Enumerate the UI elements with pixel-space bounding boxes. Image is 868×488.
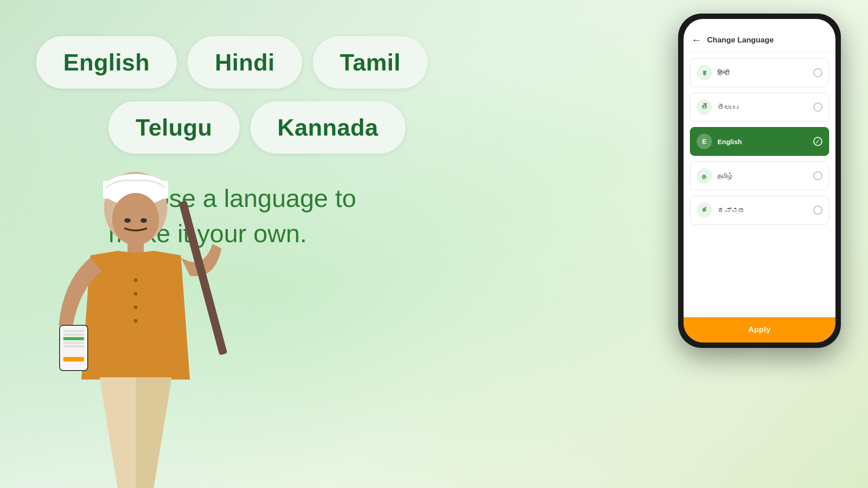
phone-notch <box>684 19 835 25</box>
pill-tamil[interactable]: Tamil <box>313 36 428 89</box>
pill-telugu[interactable]: Telugu <box>108 101 240 154</box>
language-item-kannada[interactable]: ಕ ಕನ್ನಡ <box>690 196 829 225</box>
hindi-radio[interactable] <box>813 68 822 77</box>
kannada-label: ಕನ್ನಡ <box>717 206 813 214</box>
telugu-label: తెలుగు <box>717 103 813 111</box>
phone-title: Change Language <box>707 36 774 45</box>
person-figure-area <box>27 149 253 488</box>
telugu-radio[interactable] <box>813 103 822 112</box>
svg-rect-17 <box>63 342 84 344</box>
svg-rect-16 <box>63 337 84 340</box>
english-radio[interactable]: ✓ <box>813 137 822 146</box>
english-label: English <box>717 138 813 145</box>
language-item-tamil[interactable]: த தமிழ் <box>690 161 829 190</box>
kannada-radio[interactable] <box>813 206 822 215</box>
language-item-hindi[interactable]: ह हिन्दी <box>690 58 829 87</box>
language-pills-row1: English Hindi Tamil <box>36 36 479 89</box>
apply-button[interactable]: Apply <box>684 317 835 343</box>
phone-mockup: ← Change Language ह हिन्दी తె తెలుగు <box>678 14 841 348</box>
svg-point-7 <box>134 278 137 282</box>
svg-point-4 <box>124 218 131 223</box>
kannada-icon: ಕ <box>697 202 712 218</box>
svg-point-8 <box>134 292 137 296</box>
language-item-english[interactable]: E English ✓ <box>690 127 829 156</box>
svg-point-10 <box>134 319 137 323</box>
language-list: ह हिन्दी తె తెలుగు E English ✓ <box>684 52 835 317</box>
back-button[interactable]: ← <box>692 34 702 46</box>
svg-rect-13 <box>61 327 86 369</box>
svg-rect-18 <box>63 345 84 347</box>
phone-screen: ← Change Language ह हिन्दी తె తెలుగు <box>684 19 835 343</box>
language-pills-row2: Telugu Kannada <box>36 101 479 154</box>
pill-english[interactable]: English <box>36 36 177 89</box>
hindi-icon: ह <box>697 65 712 80</box>
svg-rect-19 <box>63 357 84 361</box>
telugu-icon: తె <box>697 99 712 115</box>
phone-header: ← Change Language <box>684 25 835 52</box>
svg-point-3 <box>112 193 159 245</box>
svg-rect-14 <box>63 330 84 332</box>
hindi-label: हिन्दी <box>717 69 813 77</box>
svg-point-9 <box>134 305 137 309</box>
person-svg <box>27 154 244 488</box>
tamil-icon: த <box>697 168 712 183</box>
svg-rect-15 <box>63 333 84 336</box>
svg-point-5 <box>141 218 147 223</box>
pill-hindi[interactable]: Hindi <box>188 36 302 89</box>
tamil-radio[interactable] <box>813 171 822 180</box>
pill-kannada[interactable]: Kannada <box>250 101 406 154</box>
language-item-telugu[interactable]: తె తెలుగు <box>690 93 829 122</box>
english-icon: E <box>697 134 712 149</box>
tamil-label: தமிழ் <box>717 172 813 180</box>
